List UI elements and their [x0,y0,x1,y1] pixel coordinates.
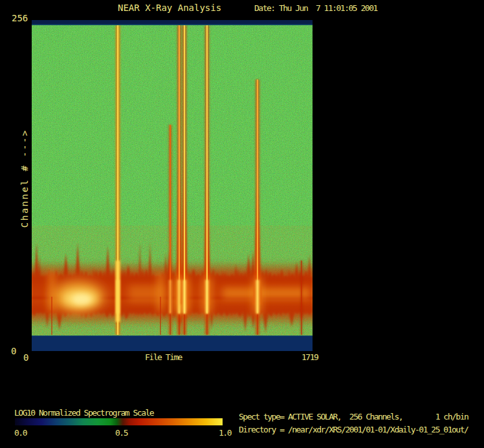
colorbar-gradient [15,418,223,425]
colorbar-tick-mid: 0.5 [115,429,127,438]
page-title: NEAR X-Ray Analysis [118,3,221,13]
colorbar-title: LOG10 Normalized Spectrogram Scale [14,409,153,418]
colorbar-tick-min: 0.0 [14,429,27,438]
spectrogram-image [32,20,313,351]
spectrogram-plot [32,20,313,351]
x-axis-max-label: 1719 [302,353,318,362]
y-axis-max-label: 256 [12,14,28,23]
y-axis-min-label: 0 [11,347,16,356]
colorbar-tick-max: 1.0 [219,429,231,438]
date-label: Date: Thu Jun 7 11:01:05 2001 [254,4,377,13]
directory-info: Directory = /near/xdr/XRS/2001/01-01/Xda… [239,425,468,434]
y-axis-title: Channel # ---> [20,127,30,230]
app-window: { "window": { "title": "NEAR X-Ray Analy… [0,0,484,448]
spect-type-info: Spect type= ACTIVE SOLAR, 256 Channels, … [239,412,468,421]
x-axis-title: File Time [145,353,182,362]
x-axis-min-label: 0 [23,353,28,363]
